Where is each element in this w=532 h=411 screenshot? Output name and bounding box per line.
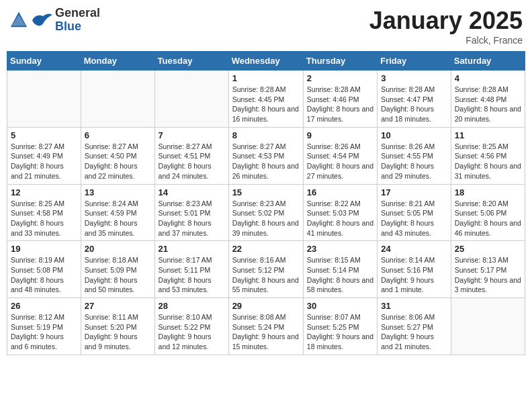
calendar-cell: 19Sunrise: 8:19 AM Sunset: 5:08 PM Dayli… bbox=[7, 241, 81, 298]
day-number: 5 bbox=[11, 130, 77, 140]
calendar-cell: 13Sunrise: 8:24 AM Sunset: 4:59 PM Dayli… bbox=[81, 184, 154, 241]
day-info: Sunrise: 8:08 AM Sunset: 5:24 PM Dayligh… bbox=[232, 312, 300, 352]
day-number: 9 bbox=[307, 130, 373, 140]
day-number: 6 bbox=[85, 130, 151, 140]
calendar-cell: 29Sunrise: 8:08 AM Sunset: 5:24 PM Dayli… bbox=[228, 298, 303, 355]
day-info: Sunrise: 8:23 AM Sunset: 5:01 PM Dayligh… bbox=[159, 199, 225, 238]
day-number: 3 bbox=[381, 73, 447, 83]
day-number: 8 bbox=[232, 130, 300, 140]
day-info: Sunrise: 8:25 AM Sunset: 4:56 PM Dayligh… bbox=[455, 142, 521, 181]
day-number: 27 bbox=[85, 301, 151, 311]
day-number: 31 bbox=[381, 301, 447, 311]
logo-bird-icon bbox=[30, 8, 54, 32]
logo-text: General Blue bbox=[55, 7, 100, 34]
day-number: 10 bbox=[381, 130, 447, 140]
calendar-cell: 5Sunrise: 8:27 AM Sunset: 4:49 PM Daylig… bbox=[7, 127, 81, 184]
calendar-cell: 4Sunrise: 8:28 AM Sunset: 4:48 PM Daylig… bbox=[451, 71, 525, 128]
calendar-cell: 2Sunrise: 8:28 AM Sunset: 4:46 PM Daylig… bbox=[303, 71, 377, 128]
day-info: Sunrise: 8:10 AM Sunset: 5:22 PM Dayligh… bbox=[159, 312, 225, 352]
calendar-week-row: 5Sunrise: 8:27 AM Sunset: 4:49 PM Daylig… bbox=[7, 127, 525, 184]
calendar-cell: 1Sunrise: 8:28 AM Sunset: 4:45 PM Daylig… bbox=[228, 71, 303, 128]
day-info: Sunrise: 8:24 AM Sunset: 4:59 PM Dayligh… bbox=[85, 199, 151, 238]
calendar-cell bbox=[451, 298, 525, 355]
day-header-wednesday: Wednesday bbox=[228, 52, 303, 71]
day-info: Sunrise: 8:07 AM Sunset: 5:25 PM Dayligh… bbox=[307, 312, 373, 352]
day-number: 14 bbox=[159, 187, 225, 197]
day-info: Sunrise: 8:13 AM Sunset: 5:17 PM Dayligh… bbox=[455, 255, 521, 295]
day-header-tuesday: Tuesday bbox=[154, 52, 228, 71]
calendar-week-row: 1Sunrise: 8:28 AM Sunset: 4:45 PM Daylig… bbox=[7, 71, 525, 128]
day-number: 20 bbox=[85, 244, 151, 254]
calendar-cell: 23Sunrise: 8:15 AM Sunset: 5:14 PM Dayli… bbox=[303, 241, 377, 298]
calendar-cell bbox=[154, 71, 228, 128]
calendar-cell: 21Sunrise: 8:17 AM Sunset: 5:11 PM Dayli… bbox=[154, 241, 228, 298]
calendar-cell: 15Sunrise: 8:23 AM Sunset: 5:02 PM Dayli… bbox=[228, 184, 303, 241]
day-header-friday: Friday bbox=[378, 52, 451, 71]
day-info: Sunrise: 8:21 AM Sunset: 5:05 PM Dayligh… bbox=[381, 199, 447, 238]
day-number: 23 bbox=[307, 244, 373, 254]
day-number: 13 bbox=[85, 187, 151, 197]
day-info: Sunrise: 8:06 AM Sunset: 5:27 PM Dayligh… bbox=[381, 312, 447, 352]
day-info: Sunrise: 8:27 AM Sunset: 4:53 PM Dayligh… bbox=[232, 142, 300, 181]
day-number: 7 bbox=[159, 130, 225, 140]
day-info: Sunrise: 8:19 AM Sunset: 5:08 PM Dayligh… bbox=[11, 255, 77, 295]
logo: General Blue bbox=[9, 7, 100, 34]
day-number: 2 bbox=[307, 73, 373, 83]
calendar-cell: 10Sunrise: 8:26 AM Sunset: 4:55 PM Dayli… bbox=[378, 127, 451, 184]
day-info: Sunrise: 8:26 AM Sunset: 4:55 PM Dayligh… bbox=[381, 142, 447, 181]
day-number: 22 bbox=[232, 244, 300, 254]
svg-marker-1 bbox=[12, 14, 26, 26]
day-info: Sunrise: 8:28 AM Sunset: 4:45 PM Dayligh… bbox=[232, 85, 300, 124]
calendar-title: January 2025 bbox=[369, 7, 523, 35]
day-info: Sunrise: 8:27 AM Sunset: 4:49 PM Dayligh… bbox=[11, 142, 77, 181]
day-info: Sunrise: 8:25 AM Sunset: 4:58 PM Dayligh… bbox=[11, 199, 77, 238]
calendar-cell: 17Sunrise: 8:21 AM Sunset: 5:05 PM Dayli… bbox=[378, 184, 451, 241]
day-number: 16 bbox=[307, 187, 373, 197]
day-header-monday: Monday bbox=[81, 52, 154, 71]
calendar-cell: 8Sunrise: 8:27 AM Sunset: 4:53 PM Daylig… bbox=[228, 127, 303, 184]
day-number: 24 bbox=[381, 244, 447, 254]
calendar-cell: 20Sunrise: 8:18 AM Sunset: 5:09 PM Dayli… bbox=[81, 241, 154, 298]
day-info: Sunrise: 8:16 AM Sunset: 5:12 PM Dayligh… bbox=[232, 255, 300, 295]
day-info: Sunrise: 8:22 AM Sunset: 5:03 PM Dayligh… bbox=[307, 199, 373, 238]
calendar-cell: 22Sunrise: 8:16 AM Sunset: 5:12 PM Dayli… bbox=[228, 241, 303, 298]
calendar-week-row: 19Sunrise: 8:19 AM Sunset: 5:08 PM Dayli… bbox=[7, 241, 525, 298]
calendar-cell: 11Sunrise: 8:25 AM Sunset: 4:56 PM Dayli… bbox=[451, 127, 525, 184]
day-info: Sunrise: 8:27 AM Sunset: 4:50 PM Dayligh… bbox=[85, 142, 151, 181]
day-info: Sunrise: 8:28 AM Sunset: 4:46 PM Dayligh… bbox=[307, 85, 373, 124]
day-info: Sunrise: 8:20 AM Sunset: 5:06 PM Dayligh… bbox=[455, 199, 521, 238]
calendar-cell: 26Sunrise: 8:12 AM Sunset: 5:19 PM Dayli… bbox=[7, 298, 81, 355]
day-number: 30 bbox=[307, 301, 373, 311]
day-header-sunday: Sunday bbox=[7, 52, 81, 71]
calendar-cell: 30Sunrise: 8:07 AM Sunset: 5:25 PM Dayli… bbox=[303, 298, 377, 355]
day-info: Sunrise: 8:17 AM Sunset: 5:11 PM Dayligh… bbox=[159, 255, 225, 295]
calendar-cell: 9Sunrise: 8:26 AM Sunset: 4:54 PM Daylig… bbox=[303, 127, 377, 184]
day-number: 19 bbox=[11, 244, 77, 254]
calendar-week-row: 26Sunrise: 8:12 AM Sunset: 5:19 PM Dayli… bbox=[7, 298, 525, 355]
day-header-saturday: Saturday bbox=[451, 52, 525, 71]
day-number: 21 bbox=[159, 244, 225, 254]
calendar-subtitle: Falck, France bbox=[369, 35, 523, 46]
calendar-cell: 16Sunrise: 8:22 AM Sunset: 5:03 PM Dayli… bbox=[303, 184, 377, 241]
calendar-cell: 24Sunrise: 8:14 AM Sunset: 5:16 PM Dayli… bbox=[378, 241, 451, 298]
calendar-header-row: SundayMondayTuesdayWednesdayThursdayFrid… bbox=[7, 52, 525, 71]
day-info: Sunrise: 8:27 AM Sunset: 4:51 PM Dayligh… bbox=[159, 142, 225, 181]
logo-icon bbox=[9, 11, 28, 30]
calendar-cell: 6Sunrise: 8:27 AM Sunset: 4:50 PM Daylig… bbox=[81, 127, 154, 184]
day-info: Sunrise: 8:23 AM Sunset: 5:02 PM Dayligh… bbox=[232, 199, 300, 238]
calendar-cell: 18Sunrise: 8:20 AM Sunset: 5:06 PM Dayli… bbox=[451, 184, 525, 241]
calendar-cell: 14Sunrise: 8:23 AM Sunset: 5:01 PM Dayli… bbox=[154, 184, 228, 241]
day-number: 12 bbox=[11, 187, 77, 197]
day-info: Sunrise: 8:14 AM Sunset: 5:16 PM Dayligh… bbox=[381, 255, 447, 295]
day-number: 26 bbox=[11, 301, 77, 311]
day-info: Sunrise: 8:28 AM Sunset: 4:47 PM Dayligh… bbox=[381, 85, 447, 124]
day-number: 29 bbox=[232, 301, 300, 311]
day-number: 1 bbox=[232, 73, 300, 83]
logo-blue: Blue bbox=[55, 20, 100, 34]
day-number: 11 bbox=[455, 130, 521, 140]
calendar-cell: 25Sunrise: 8:13 AM Sunset: 5:17 PM Dayli… bbox=[451, 241, 525, 298]
calendar-cell bbox=[81, 71, 154, 128]
day-info: Sunrise: 8:12 AM Sunset: 5:19 PM Dayligh… bbox=[11, 312, 77, 352]
calendar-cell: 27Sunrise: 8:11 AM Sunset: 5:20 PM Dayli… bbox=[81, 298, 154, 355]
day-number: 4 bbox=[455, 73, 521, 83]
